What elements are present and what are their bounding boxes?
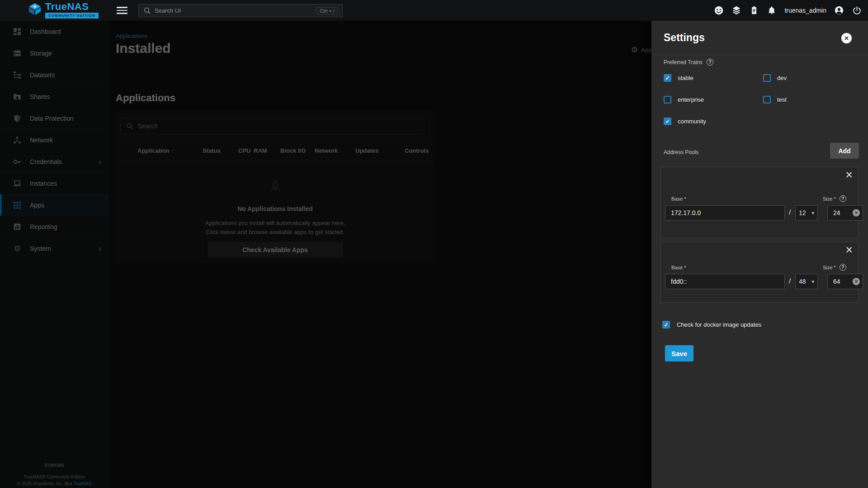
user-avatar-icon[interactable] [834, 5, 844, 15]
checkbox[interactable] [664, 74, 671, 82]
brand-name: TrueNAS [45, 2, 89, 12]
remove-pool-icon[interactable]: × [845, 169, 853, 181]
pool-inputs-row: / 12 ▾ × [661, 205, 858, 221]
preferred-trains-row: Preferred Trains ? [664, 59, 713, 66]
clear-icon[interactable]: × [853, 278, 860, 285]
username-label: truenas_admin [784, 7, 826, 14]
power-icon[interactable] [852, 5, 862, 15]
jobs-clipboard-icon[interactable] [749, 5, 759, 15]
search-shortcut-hint: Ctrl + / [316, 7, 338, 14]
address-pools-label-row: Address Pools [664, 149, 698, 155]
cidr-separator: / [789, 277, 791, 285]
add-pool-button[interactable]: Add [830, 143, 859, 159]
help-icon[interactable]: ? [840, 195, 846, 202]
size-input-wrap: × [827, 205, 863, 221]
prefix-value: 48 [799, 278, 806, 285]
base-label: Base * [671, 265, 686, 270]
save-button[interactable]: Save [665, 345, 693, 361]
docker-updates-checkbox-row[interactable]: Check for docker image updates [662, 321, 761, 328]
close-icon[interactable]: × [841, 33, 852, 43]
train-label: stable [678, 75, 693, 81]
prefix-value: 12 [799, 209, 806, 216]
feedback-smiley-icon[interactable] [714, 5, 724, 15]
help-icon[interactable]: ? [840, 264, 846, 271]
train-checkbox-community[interactable]: community [664, 117, 706, 125]
clear-icon[interactable]: × [853, 209, 860, 216]
checkbox[interactable] [662, 321, 670, 328]
base-input[interactable] [665, 274, 785, 289]
checkbox[interactable] [763, 74, 771, 82]
search-icon [143, 7, 151, 14]
size-label: Size * [823, 265, 836, 270]
prefix-select[interactable]: 48 ▾ [795, 274, 818, 289]
settings-panel-header: Settings × [651, 21, 868, 55]
chevron-down-icon: ▾ [811, 210, 814, 216]
checkbox[interactable] [664, 117, 671, 125]
size-label-row: Size * ? [823, 264, 846, 271]
truenas-logo[interactable]: TrueNAS COMMUNITY EDITION [28, 2, 99, 19]
train-label: community [678, 118, 706, 125]
remove-pool-icon[interactable]: × [845, 244, 853, 256]
divider [651, 55, 868, 55]
train-label: dev [777, 75, 787, 81]
truecommand-layers-icon[interactable] [731, 5, 741, 15]
brand-text: TrueNAS COMMUNITY EDITION [45, 2, 99, 19]
train-checkbox-enterprise[interactable]: enterprise [664, 96, 704, 103]
settings-title: Settings [664, 32, 705, 44]
checkbox[interactable] [763, 96, 771, 103]
modal-overlay[interactable] [0, 21, 651, 488]
train-checkbox-dev[interactable]: dev [763, 74, 787, 82]
global-search[interactable]: Search UI Ctrl + / [138, 4, 343, 17]
settings-panel: Settings × Preferred Trains ? stable dev… [651, 21, 868, 488]
topbar-actions: truenas_admin [714, 0, 862, 21]
train-checkbox-test[interactable]: test [763, 96, 787, 103]
train-label: enterprise [678, 96, 704, 103]
brand-edition-badge: COMMUNITY EDITION [45, 13, 99, 19]
topbar: TrueNAS COMMUNITY EDITION Search UI Ctrl… [0, 0, 868, 21]
cidr-separator: / [789, 208, 791, 216]
base-input[interactable] [665, 205, 785, 221]
help-icon[interactable]: ? [707, 59, 713, 66]
address-pools-label: Address Pools [664, 149, 698, 155]
base-label: Base * [671, 196, 686, 202]
docker-updates-label: Check for docker image updates [677, 321, 761, 328]
global-search-placeholder: Search UI [155, 7, 316, 14]
preferred-trains-label: Preferred Trains [664, 59, 703, 66]
size-label: Size * [823, 196, 836, 202]
train-checkbox-stable[interactable]: stable [664, 74, 693, 82]
chevron-down-icon: ▾ [811, 279, 814, 285]
truenas-logo-icon [28, 2, 42, 16]
address-pool-card: × Base * Size * ? / 12 ▾ × [660, 167, 859, 238]
notifications-bell-icon[interactable] [767, 5, 777, 15]
address-pool-card: × Base * Size * ? / 48 ▾ × [660, 242, 859, 303]
truenas-app: TrueNAS COMMUNITY EDITION Search UI Ctrl… [0, 0, 868, 488]
prefix-select[interactable]: 12 ▾ [795, 205, 818, 221]
train-label: test [777, 96, 787, 103]
size-label-row: Size * ? [823, 195, 846, 202]
size-input-wrap: × [827, 274, 863, 289]
pool-inputs-row: / 48 ▾ × [661, 274, 858, 289]
checkbox[interactable] [664, 96, 671, 103]
menu-toggle-icon[interactable] [117, 5, 127, 15]
